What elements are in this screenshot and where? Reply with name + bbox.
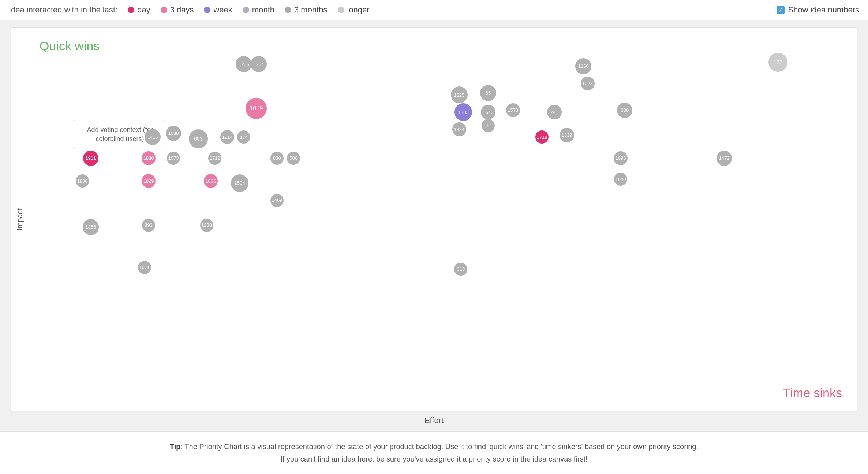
bubble-1830[interactable]: 1830 [142, 151, 156, 165]
chart-wrapper: Impact Quick wins Time sinks Add voting … [0, 20, 868, 431]
bubble-1236[interactable]: 1236 [236, 56, 252, 72]
legend-bar: Idea interacted with in the last: day 3 … [0, 0, 868, 20]
bubble-830[interactable]: 830 [270, 152, 284, 165]
legend-right: ✓ Show idea numbers [777, 5, 859, 15]
bubble-1325[interactable]: 1325 [451, 86, 468, 103]
chart-inner: Quick wins Time sinks Add voting context… [29, 28, 857, 411]
bubble-1718[interactable]: 1718 [535, 130, 549, 144]
legend-item-longer: longer [338, 5, 370, 15]
bubble-1356[interactable]: 1356 [83, 219, 99, 235]
bubble-330[interactable]: 330 [617, 103, 632, 118]
bubble-1826[interactable]: 1826 [204, 174, 218, 188]
legend-item-month: month [243, 5, 274, 15]
legend-label-day: day [137, 5, 150, 15]
show-numbers-checkbox[interactable]: ✓ [777, 6, 785, 14]
bubble-1883[interactable]: 1883 [454, 103, 472, 121]
bubble-42[interactable]: 42 [482, 119, 495, 132]
bubble-1339[interactable]: 1339 [560, 128, 574, 142]
bubble-506[interactable]: 506 [287, 152, 300, 165]
legend-item-3months: 3 months [285, 5, 328, 15]
bubble-1643[interactable]: 1643 [481, 105, 495, 119]
tip-bold: Tip [170, 442, 181, 451]
bubble-1712[interactable]: 1712 [208, 152, 221, 165]
bubble-1073[interactable]: 1073 [167, 152, 180, 165]
bubble-1829[interactable]: 1829 [142, 174, 156, 188]
bubble-1214[interactable]: 1214 [220, 130, 234, 144]
show-numbers-label: Show idea numbers [788, 5, 859, 15]
tip-section: Tip: The Priority Chart is a visual repr… [0, 431, 868, 474]
bubble-1415[interactable]: 1415 [145, 129, 161, 145]
bubble-1504[interactable]: 1504 [231, 174, 248, 192]
legend-left: Idea interacted with in the last: day 3 … [9, 5, 370, 15]
bubble-1234[interactable]: 1234 [251, 56, 267, 72]
legend-label-week: week [213, 5, 232, 15]
bubble-893[interactable]: 893 [142, 219, 155, 232]
tip-text: : The Priority Chart is a visual represe… [181, 442, 698, 451]
bubble-1911[interactable]: 1911 [83, 151, 98, 166]
bubble-1573[interactable]: 1573 [506, 103, 520, 117]
y-axis-label: Impact [11, 28, 29, 411]
bubble-1238[interactable]: 1238 [200, 219, 213, 232]
bubble-241[interactable]: 241 [547, 105, 562, 119]
bubble-1028[interactable]: 1028 [581, 77, 595, 90]
legend-dot-longer [338, 7, 344, 13]
legend-dot-week [204, 7, 210, 13]
bubble-1472[interactable]: 1472 [717, 151, 732, 166]
legend-item-week: week [204, 5, 232, 15]
x-axis-label: Effort [11, 411, 857, 427]
bubble-1160[interactable]: 1160 [575, 58, 591, 74]
bubble-1836[interactable]: 1836 [76, 174, 89, 188]
legend-label-3months: 3 months [294, 5, 328, 15]
legend-label-month: month [252, 5, 274, 15]
quick-wins-label: Quick wins [40, 39, 100, 53]
legend-dot-day [128, 7, 134, 13]
legend-dot-month [243, 7, 249, 13]
bubble-603[interactable]: 603 [189, 129, 208, 148]
bubble-174[interactable]: 174 [237, 130, 250, 144]
bubble-318[interactable]: 318 [454, 263, 467, 276]
bubble-1088[interactable]: 1088 [166, 126, 181, 141]
tip-line2: If you can't find an idea here, be sure … [15, 453, 853, 465]
bubble-1671[interactable]: 1671 [138, 261, 151, 274]
bubble-1469[interactable]: 1469 [270, 194, 284, 207]
tip-line1: Tip: The Priority Chart is a visual repr… [15, 440, 853, 453]
bubble-1059[interactable]: 1059 [246, 98, 267, 119]
bubble-1334[interactable]: 1334 [452, 122, 466, 136]
legend-prefix: Idea interacted with in the last: [9, 5, 117, 15]
time-sinks-label: Time sinks [783, 386, 842, 400]
bubble-127[interactable]: 127 [768, 53, 787, 72]
bubble-1095[interactable]: 1095 [614, 151, 628, 165]
bubble-65[interactable]: 65 [480, 85, 496, 101]
legend-dot-3days [161, 7, 167, 13]
legend-label-longer: longer [347, 5, 370, 15]
bubble-1640[interactable]: 1640 [614, 173, 627, 186]
legend-label-3days: 3 days [170, 5, 194, 15]
legend-dot-3months [285, 7, 291, 13]
legend-item-day: day [128, 5, 150, 15]
legend-item-3days: 3 days [161, 5, 194, 15]
chart-container: Impact Quick wins Time sinks Add voting … [11, 27, 857, 411]
